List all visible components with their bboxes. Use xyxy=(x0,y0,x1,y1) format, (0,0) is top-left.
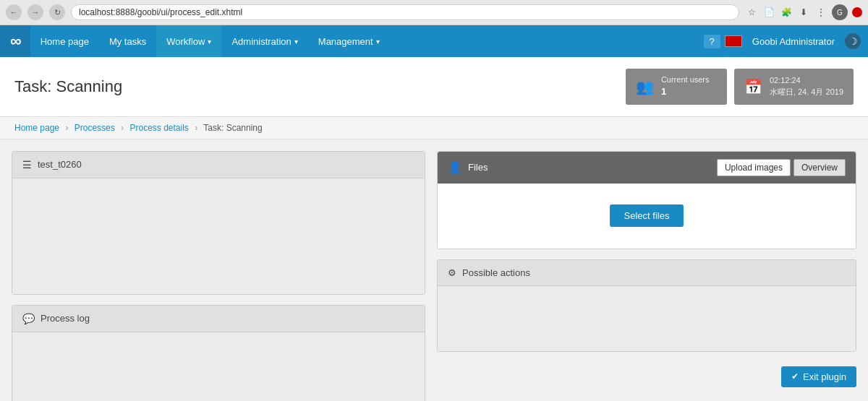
admin-dropdown-arrow: ▾ xyxy=(294,38,298,46)
workflow-dropdown-arrow: ▾ xyxy=(208,38,211,46)
select-files-button[interactable]: Select files xyxy=(610,204,684,227)
browser-icons: ☆ 📄 🧩 ⬇ ⋮ G xyxy=(745,4,862,20)
extensions-icon[interactable]: 🧩 xyxy=(780,6,793,19)
files-panel: 👤 Files Upload images Overview Select fi… xyxy=(437,151,856,249)
upload-images-tab[interactable]: Upload images xyxy=(717,159,791,176)
refresh-button[interactable]: ↻ xyxy=(49,4,65,20)
right-panel: 👤 Files Upload images Overview Select fi… xyxy=(437,151,856,401)
actions-body xyxy=(438,286,856,351)
breadcrumb-process-details[interactable]: Process details xyxy=(129,123,188,133)
task-panel-header: ☰ test_t0260 xyxy=(12,152,425,178)
date-full: 水曜日, 24. 4月 2019 xyxy=(770,87,843,98)
files-header-right: Upload images Overview xyxy=(717,159,846,176)
task-panel: ☰ test_t0260 xyxy=(12,151,425,295)
users-label: Current users xyxy=(661,74,710,85)
page-header: Task: Scanning 👥 Current users 1 📅 02:12… xyxy=(0,57,868,117)
users-value: 1 xyxy=(661,85,710,98)
exit-label: Exit plugin xyxy=(803,371,846,382)
check-icon: ✔ xyxy=(791,371,799,381)
comment-icon: 💬 xyxy=(22,313,35,324)
files-body: Select files xyxy=(438,184,856,249)
nav-home[interactable]: Home page xyxy=(30,25,99,57)
star-icon[interactable]: ☆ xyxy=(745,6,758,19)
address-bar[interactable]: localhost:8888/goobi/ui/process_edit.xht… xyxy=(71,4,739,20)
users-icon: 👥 xyxy=(636,78,654,95)
left-panel: ☰ test_t0260 💬 Process log xyxy=(12,151,425,401)
breadcrumb-processes[interactable]: Processes xyxy=(75,123,115,133)
sep1: › xyxy=(65,123,68,133)
header-widgets: 👥 Current users 1 📅 02:12:24 水曜日, 24. 4月… xyxy=(626,69,854,105)
date-time: 02:12:24 xyxy=(770,75,843,86)
nav-tasks[interactable]: My tasks xyxy=(99,25,156,57)
person-icon: 👤 xyxy=(448,160,462,174)
logo[interactable]: ∞ xyxy=(0,25,30,57)
date-widget: 📅 02:12:24 水曜日, 24. 4月 2019 xyxy=(734,69,854,105)
log-label: Process log xyxy=(41,313,90,324)
users-widget: 👥 Current users 1 xyxy=(626,69,727,105)
browser-chrome: ← → ↻ localhost:8888/goobi/ui/process_ed… xyxy=(0,0,868,25)
actions-label: Possible actions xyxy=(462,267,530,278)
navbar: ∞ Home page My tasks Workflow ▾ Administ… xyxy=(0,25,868,57)
breadcrumb-current: Task: Scanning xyxy=(203,123,262,133)
page-title: Task: Scanning xyxy=(14,77,122,96)
nav-workflow[interactable]: Workflow ▾ xyxy=(156,25,221,57)
log-panel-body xyxy=(12,332,425,401)
breadcrumb-home[interactable]: Home page xyxy=(14,123,59,133)
breadcrumb: Home page › Processes › Process details … xyxy=(0,117,868,139)
sep2: › xyxy=(121,123,124,133)
exit-row: ✔ Exit plugin xyxy=(437,362,856,392)
forward-button[interactable]: → xyxy=(27,4,43,20)
back-button[interactable]: ← xyxy=(6,4,22,20)
help-button[interactable]: ? xyxy=(704,35,720,48)
user-avatar[interactable]: G xyxy=(832,4,848,20)
download-icon[interactable]: ⬇ xyxy=(797,6,810,19)
sep3: › xyxy=(195,123,197,133)
actions-panel: ⚙ Possible actions xyxy=(437,259,856,352)
management-dropdown-arrow: ▾ xyxy=(376,38,380,46)
nav-management[interactable]: Management ▾ xyxy=(308,25,390,57)
files-label: Files xyxy=(468,162,488,173)
task-panel-body xyxy=(12,178,425,294)
calendar-icon: 📅 xyxy=(744,78,762,95)
pdf-icon[interactable]: 📄 xyxy=(762,6,775,19)
gear-icon: ⚙ xyxy=(448,267,456,278)
actions-header: ⚙ Possible actions xyxy=(438,260,856,286)
overview-tab[interactable]: Overview xyxy=(793,159,846,176)
red-dot-icon xyxy=(852,7,862,17)
list-icon: ☰ xyxy=(22,159,32,171)
navbar-right: ? Goobi Administrator ☽ xyxy=(704,25,868,57)
flag-icon[interactable] xyxy=(725,35,742,47)
settings-icon[interactable]: ⋮ xyxy=(814,6,827,19)
files-header: 👤 Files Upload images Overview xyxy=(438,152,856,184)
files-header-left: 👤 Files xyxy=(448,160,488,174)
exit-plugin-button[interactable]: ✔ Exit plugin xyxy=(781,366,856,387)
log-panel-header: 💬 Process log xyxy=(12,306,425,332)
nav-administration[interactable]: Administration ▾ xyxy=(221,25,307,57)
admin-label: Goobi Administrator xyxy=(746,25,841,57)
moon-icon[interactable]: ☽ xyxy=(845,33,861,49)
log-panel: 💬 Process log xyxy=(12,305,425,401)
task-label: test_t0260 xyxy=(38,159,82,170)
main-content: ☰ test_t0260 💬 Process log 👤 Files Uploa… xyxy=(0,139,868,401)
